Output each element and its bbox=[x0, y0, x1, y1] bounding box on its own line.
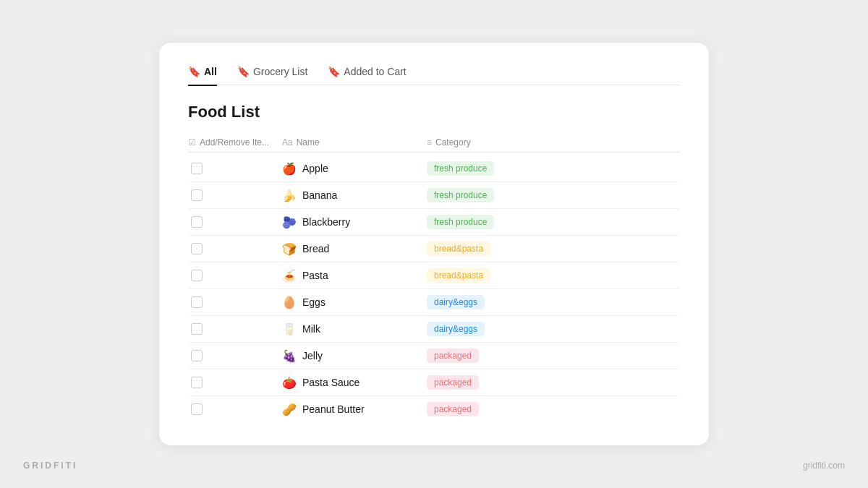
row-checkbox-6[interactable] bbox=[191, 323, 203, 335]
table-row: 🥛 Milk dairy&eggs bbox=[188, 316, 680, 343]
food-emoji: 🫐 bbox=[282, 215, 297, 229]
food-name: Eggs bbox=[302, 296, 326, 308]
table-row: 🍞 Bread bread&pasta bbox=[188, 236, 680, 262]
table-row: 🍇 Jelly packaged bbox=[188, 343, 680, 369]
category-cell: fresh produce bbox=[427, 188, 680, 202]
category-cell: bread&pasta bbox=[427, 268, 680, 283]
food-name: Pasta bbox=[302, 270, 328, 281]
category-badge: fresh produce bbox=[427, 188, 494, 202]
name-header-icon: Aa bbox=[282, 137, 293, 147]
category-badge: packaged bbox=[427, 375, 479, 390]
page-title: Food List bbox=[188, 103, 680, 121]
category-header-icon: ≡ bbox=[427, 137, 432, 147]
name-cell: 🥜 Peanut Butter bbox=[282, 403, 427, 416]
food-emoji: 🥜 bbox=[282, 403, 297, 416]
table-row: 🥚 Eggs dairy&eggs bbox=[188, 289, 680, 316]
food-name: Peanut Butter bbox=[302, 403, 365, 415]
col-header-name-label: Name bbox=[297, 137, 320, 147]
category-cell: fresh produce bbox=[427, 215, 680, 229]
col-header-checkbox: ☑ Add/Remove Ite... bbox=[188, 137, 282, 147]
col-header-category-label: Category bbox=[435, 137, 471, 147]
food-name: Apple bbox=[302, 163, 328, 174]
category-cell: packaged bbox=[427, 375, 680, 390]
food-name: Jelly bbox=[302, 350, 323, 361]
table-header: ☑ Add/Remove Ite... Aa Name ≡ Category bbox=[188, 133, 680, 153]
name-cell: 🍇 Jelly bbox=[282, 349, 427, 363]
col-header-checkbox-label: Add/Remove Ite... bbox=[200, 137, 269, 147]
table-row: 🍌 Banana fresh produce bbox=[188, 182, 680, 209]
tab-cart-icon: 🔖 bbox=[328, 66, 340, 77]
category-badge: bread&pasta bbox=[427, 241, 490, 256]
category-cell: bread&pasta bbox=[427, 241, 680, 256]
table-body: 🍎 Apple fresh produce 🍌 Banana fresh pro… bbox=[188, 155, 680, 422]
checkbox-cell bbox=[188, 270, 282, 281]
tab-all-icon: 🔖 bbox=[188, 66, 200, 77]
category-badge: fresh produce bbox=[427, 161, 494, 176]
tab-all[interactable]: 🔖 All bbox=[188, 66, 217, 86]
category-badge: bread&pasta bbox=[427, 268, 490, 283]
category-cell: fresh produce bbox=[427, 161, 680, 176]
tab-cart[interactable]: 🔖 Added to Cart bbox=[328, 66, 406, 86]
category-badge: dairy&eggs bbox=[427, 295, 485, 309]
name-cell: 🍎 Apple bbox=[282, 162, 427, 176]
tab-bar: 🔖 All 🔖 Grocery List 🔖 Added to Cart bbox=[188, 66, 680, 86]
name-cell: 🥚 Eggs bbox=[282, 296, 427, 309]
website-url: gridfiti.com bbox=[803, 461, 845, 471]
name-cell: 🫐 Blackberry bbox=[282, 215, 427, 229]
tab-all-label: All bbox=[204, 66, 217, 77]
food-emoji: 🥚 bbox=[282, 296, 297, 309]
table-row: 🫐 Blackberry fresh produce bbox=[188, 209, 680, 236]
table-row: 🍝 Pasta bread&pasta bbox=[188, 262, 680, 289]
checkbox-cell bbox=[188, 323, 282, 335]
tab-cart-label: Added to Cart bbox=[344, 66, 406, 77]
name-cell: 🍅 Pasta Sauce bbox=[282, 376, 427, 390]
tab-grocery-label: Grocery List bbox=[253, 66, 307, 77]
category-badge: fresh produce bbox=[427, 215, 494, 229]
category-cell: dairy&eggs bbox=[427, 295, 680, 309]
checkbox-cell bbox=[188, 403, 282, 415]
table-row: 🍅 Pasta Sauce packaged bbox=[188, 369, 680, 396]
row-checkbox-5[interactable] bbox=[191, 296, 203, 308]
brand-name: GRIDFITI bbox=[23, 461, 77, 471]
checkbox-cell bbox=[188, 189, 282, 201]
food-name: Pasta Sauce bbox=[302, 377, 359, 388]
col-header-category: ≡ Category bbox=[427, 137, 680, 147]
tab-grocery[interactable]: 🔖 Grocery List bbox=[237, 66, 307, 86]
checkbox-cell bbox=[188, 216, 282, 228]
row-checkbox-4[interactable] bbox=[191, 270, 203, 281]
food-name: Banana bbox=[302, 189, 337, 201]
category-badge: packaged bbox=[427, 348, 479, 363]
tab-grocery-icon: 🔖 bbox=[237, 66, 250, 77]
food-emoji: 🍅 bbox=[282, 376, 297, 390]
food-name: Blackberry bbox=[302, 216, 350, 228]
food-emoji: 🥛 bbox=[282, 322, 297, 336]
row-checkbox-2[interactable] bbox=[191, 216, 203, 228]
name-cell: 🍝 Pasta bbox=[282, 269, 427, 283]
table-row: 🥜 Peanut Butter packaged bbox=[188, 396, 680, 422]
table-row: 🍎 Apple fresh produce bbox=[188, 155, 680, 182]
food-emoji: 🍝 bbox=[282, 269, 297, 283]
checkbox-cell bbox=[188, 296, 282, 308]
food-emoji: 🍎 bbox=[282, 162, 297, 176]
main-card: 🔖 All 🔖 Grocery List 🔖 Added to Cart Foo… bbox=[159, 43, 709, 446]
category-badge: packaged bbox=[427, 402, 479, 416]
row-checkbox-7[interactable] bbox=[191, 350, 203, 361]
checkbox-cell bbox=[188, 243, 282, 254]
category-cell: packaged bbox=[427, 348, 680, 363]
name-cell: 🍌 Banana bbox=[282, 189, 427, 202]
name-cell: 🍞 Bread bbox=[282, 242, 427, 256]
checkbox-cell bbox=[188, 377, 282, 388]
row-checkbox-9[interactable] bbox=[191, 403, 203, 415]
col-header-name: Aa Name bbox=[282, 137, 427, 147]
name-cell: 🥛 Milk bbox=[282, 322, 427, 336]
row-checkbox-0[interactable] bbox=[191, 163, 203, 174]
row-checkbox-8[interactable] bbox=[191, 377, 203, 388]
checkbox-header-icon: ☑ bbox=[188, 137, 196, 147]
checkbox-cell bbox=[188, 350, 282, 361]
row-checkbox-3[interactable] bbox=[191, 243, 203, 254]
food-name: Milk bbox=[302, 323, 320, 335]
food-emoji: 🍌 bbox=[282, 189, 297, 202]
category-cell: dairy&eggs bbox=[427, 322, 680, 336]
row-checkbox-1[interactable] bbox=[191, 189, 203, 201]
food-emoji: 🍇 bbox=[282, 349, 297, 363]
